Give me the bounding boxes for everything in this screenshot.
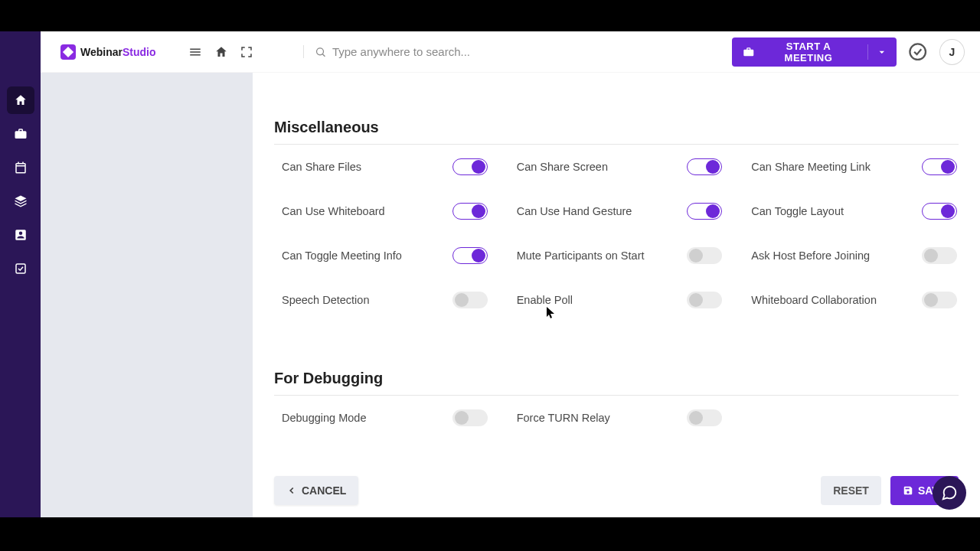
- option-label: Whiteboard Collaboration: [751, 294, 877, 306]
- side-nav: [0, 31, 41, 517]
- option-label: Can Use Whiteboard: [282, 205, 385, 217]
- chat-fab[interactable]: [933, 476, 966, 510]
- section-title-misc: Miscellaneous: [274, 119, 959, 136]
- briefcase-icon: [743, 46, 755, 58]
- toggle-force-turn[interactable]: [687, 409, 722, 426]
- svg-point-1: [316, 47, 323, 54]
- status-check-icon[interactable]: [907, 41, 928, 63]
- option-debug-mode: Debugging Mode: [282, 409, 488, 426]
- chat-icon: [941, 484, 958, 501]
- brand-badge-icon: [60, 44, 76, 60]
- chevron-down-icon: [876, 46, 888, 58]
- option-mute-on-start: Mute Participants on Start: [517, 247, 723, 264]
- option-can-toggle-layout: Can Toggle Layout: [751, 203, 957, 220]
- option-can-share-files: Can Share Files: [282, 158, 488, 175]
- option-can-toggle-info: Can Toggle Meeting Info: [282, 247, 488, 264]
- option-label: Can Share Files: [282, 161, 361, 173]
- menu-toggle-icon[interactable]: [183, 39, 208, 65]
- left-subnav: [41, 73, 253, 517]
- save-icon: [903, 485, 913, 496]
- footer-actions: CANCEL RESET SAVE: [253, 476, 980, 505]
- toggle-can-share-link[interactable]: [922, 158, 957, 175]
- option-wb-collab: Whiteboard Collaboration: [751, 292, 957, 308]
- reset-button[interactable]: RESET: [821, 476, 881, 505]
- settings-content: Miscellaneous Can Share Files Can Share …: [253, 73, 980, 517]
- option-ask-host: Ask Host Before Joining: [751, 247, 957, 264]
- option-label: Force TURN Relay: [517, 412, 610, 424]
- nav-contacts[interactable]: [7, 221, 34, 249]
- option-label: Mute Participants on Start: [517, 249, 645, 262]
- option-can-share-screen: Can Share Screen: [517, 158, 723, 175]
- section-title-debug: For Debugging: [274, 370, 959, 387]
- option-label: Speech Detection: [282, 294, 369, 306]
- start-meeting-button[interactable]: START A MEETING: [732, 37, 897, 67]
- toggle-speech-detection[interactable]: [452, 292, 488, 308]
- start-meeting-label: START A MEETING: [762, 41, 855, 64]
- cancel-label: CANCEL: [302, 484, 346, 497]
- toggle-mute-on-start[interactable]: [687, 247, 722, 264]
- option-can-whiteboard: Can Use Whiteboard: [282, 203, 488, 220]
- option-force-turn: Force TURN Relay: [517, 409, 723, 426]
- toggle-can-toggle-layout[interactable]: [922, 203, 957, 220]
- option-label: Can Share Screen: [517, 161, 608, 173]
- toggle-can-share-files[interactable]: [452, 158, 488, 175]
- cancel-button[interactable]: CANCEL: [274, 476, 358, 505]
- toggle-ask-host[interactable]: [922, 247, 957, 264]
- brand-logo[interactable]: WebinarStudio: [60, 44, 156, 60]
- nav-stack[interactable]: [7, 187, 34, 215]
- avatar[interactable]: J: [939, 39, 965, 65]
- fullscreen-icon[interactable]: [234, 39, 259, 65]
- toggle-can-toggle-info[interactable]: [452, 247, 488, 264]
- nav-calendar[interactable]: [7, 154, 34, 181]
- option-label: Enable Poll: [517, 294, 573, 306]
- nav-home[interactable]: [7, 86, 34, 114]
- search-input[interactable]: [332, 45, 732, 58]
- option-label: Can Use Hand Gesture: [517, 205, 632, 217]
- topbar: WebinarStudio START A MEETING: [41, 31, 980, 73]
- search-wrap: [303, 45, 732, 58]
- home-icon[interactable]: [208, 39, 234, 65]
- toggle-wb-collab[interactable]: [922, 292, 957, 308]
- brand-text: WebinarStudio: [80, 46, 156, 58]
- nav-meetings[interactable]: [7, 120, 34, 148]
- option-enable-poll: Enable Poll: [517, 292, 723, 308]
- option-speech-detection: Speech Detection: [282, 292, 488, 308]
- option-label: Debugging Mode: [282, 412, 366, 424]
- reset-label: RESET: [833, 484, 869, 497]
- toggle-can-hand-gesture[interactable]: [687, 203, 722, 220]
- option-label: Ask Host Before Joining: [751, 249, 870, 262]
- option-label: Can Toggle Meeting Info: [282, 249, 402, 262]
- option-label: Can Toggle Layout: [751, 205, 844, 217]
- toggle-can-share-screen[interactable]: [687, 158, 722, 175]
- toggle-can-whiteboard[interactable]: [452, 203, 488, 220]
- toggle-enable-poll[interactable]: [687, 292, 722, 308]
- svg-rect-0: [16, 264, 25, 273]
- avatar-initial: J: [949, 46, 955, 58]
- search-icon: [315, 46, 326, 58]
- svg-point-2: [910, 44, 926, 60]
- option-can-hand-gesture: Can Use Hand Gesture: [517, 203, 723, 220]
- chevron-left-icon: [286, 485, 297, 496]
- nav-tasks[interactable]: [7, 255, 34, 282]
- toggle-debug-mode[interactable]: [452, 409, 488, 426]
- option-label: Can Share Meeting Link: [751, 161, 871, 173]
- option-can-share-link: Can Share Meeting Link: [751, 158, 957, 175]
